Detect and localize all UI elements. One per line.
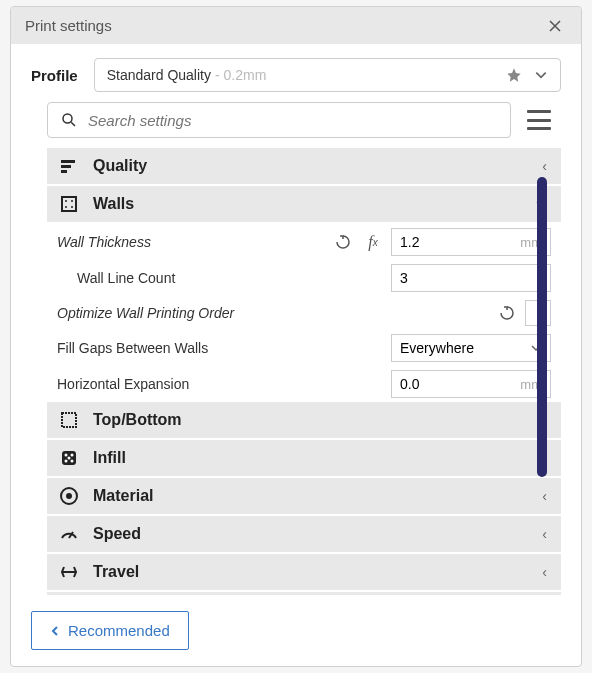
setting-label: Horizontal Expansion [57,376,385,392]
walls-icon [57,192,81,216]
section-title: Material [93,487,538,505]
horizontal-expansion-input[interactable]: mm [391,370,551,398]
profile-suffix: - 0.2mm [215,67,266,83]
close-icon [549,20,561,32]
section-title: Travel [93,563,538,581]
print-settings-panel: Print settings Profile Standard Quality … [10,6,582,667]
chevron-left-icon [50,625,60,637]
setting-wall-thickness: Wall Thickness fx mm [47,224,561,260]
wall-thickness-input[interactable]: mm [391,228,551,256]
section-title: Speed [93,525,538,543]
svg-point-13 [65,460,68,463]
chevron-left-icon: ‹ [538,488,551,504]
section-infill[interactable]: Infill ‹ [47,440,561,476]
setting-label: Wall Line Count [57,270,385,286]
recommended-label: Recommended [68,622,170,639]
section-speed[interactable]: Speed ‹ [47,516,561,552]
section-cooling[interactable]: Cooling ‹ [47,592,561,595]
section-walls[interactable]: Walls [47,186,561,222]
section-title: Quality [93,157,538,175]
setting-label: Fill Gaps Between Walls [57,340,385,356]
recommended-button[interactable]: Recommended [31,611,189,650]
section-title: Infill [93,449,538,467]
setting-horizontal-expansion: Horizontal Expansion mm [47,366,561,402]
svg-point-11 [65,454,68,457]
chevron-left-icon: ‹ [538,158,551,174]
fx-icon[interactable]: fx [361,230,385,254]
search-row [11,102,581,148]
profile-row: Profile Standard Quality - 0.2mm [11,44,581,102]
quality-icon [57,154,81,178]
wall-line-count-value[interactable] [400,270,542,286]
svg-rect-2 [61,165,71,168]
section-title: Walls [93,195,531,213]
section-title: Top/Bottom [93,411,538,429]
panel-footer: Recommended [11,595,581,666]
search-box[interactable] [47,102,511,138]
wall-line-count-input[interactable] [391,264,551,292]
svg-rect-3 [61,170,67,173]
reset-icon[interactable] [331,230,355,254]
section-topbottom[interactable]: Top/Bottom ‹ [47,402,561,438]
svg-rect-9 [62,413,76,427]
infill-icon [57,446,81,470]
profile-select[interactable]: Standard Quality - 0.2mm [94,58,561,92]
scrollbar[interactable] [537,177,547,477]
chevron-left-icon: ‹ [538,526,551,542]
wall-thickness-value[interactable] [400,234,520,250]
svg-point-12 [71,454,74,457]
svg-point-0 [63,114,72,123]
svg-point-6 [71,200,73,202]
svg-point-5 [65,200,67,202]
svg-point-14 [71,460,74,463]
search-icon [60,111,78,129]
star-icon[interactable] [506,67,522,83]
svg-point-8 [71,206,73,208]
profile-label: Profile [31,67,78,84]
fill-gaps-select[interactable]: Everywhere [391,334,551,362]
chevron-left-icon: ‹ [538,564,551,580]
chevron-down-icon [534,68,548,82]
section-material[interactable]: Material ‹ [47,478,561,514]
close-button[interactable] [543,18,567,34]
reset-icon[interactable] [495,301,519,325]
travel-icon [57,560,81,584]
svg-point-17 [66,493,72,499]
svg-rect-4 [62,197,76,211]
svg-point-15 [68,457,71,460]
horizontal-expansion-value[interactable] [400,376,520,392]
svg-point-7 [65,206,67,208]
setting-optimize-wall-order: Optimize Wall Printing Order [47,296,561,330]
section-quality[interactable]: Quality ‹ [47,148,561,184]
profile-name: Standard Quality [107,67,211,83]
svg-rect-1 [61,160,75,163]
panel-header: Print settings [11,7,581,44]
section-travel[interactable]: Travel ‹ [47,554,561,590]
hamburger-button[interactable] [527,110,551,130]
setting-wall-line-count: Wall Line Count [47,260,561,296]
search-input[interactable] [88,112,498,129]
speed-icon [57,522,81,546]
settings-content: Quality ‹ Walls Wall Thickness fx [11,148,581,595]
setting-fill-gaps: Fill Gaps Between Walls Everywhere [47,330,561,366]
setting-label: Optimize Wall Printing Order [57,305,489,321]
setting-label: Wall Thickness [57,234,325,250]
material-icon [57,484,81,508]
topbottom-icon [57,408,81,432]
fill-gaps-value: Everywhere [400,340,474,356]
panel-title: Print settings [25,17,112,34]
